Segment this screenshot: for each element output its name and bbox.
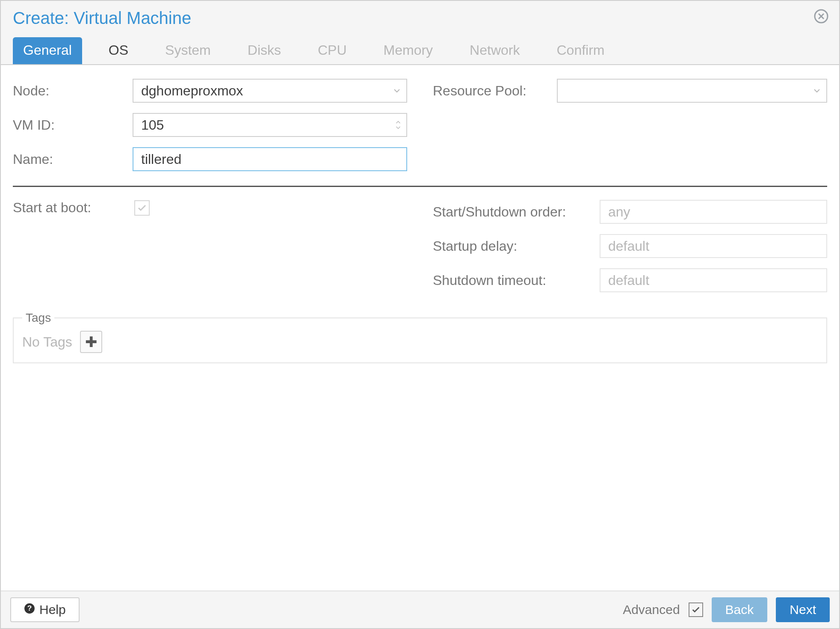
divider	[13, 186, 827, 187]
resource-pool-label: Resource Pool:	[433, 83, 557, 99]
close-icon[interactable]	[813, 9, 829, 24]
vmid-input[interactable]	[140, 117, 399, 134]
next-button[interactable]: Next	[776, 597, 830, 622]
advanced-label: Advanced	[623, 602, 680, 617]
node-label: Node:	[13, 83, 133, 99]
resource-pool-combo[interactable]	[557, 79, 827, 103]
shutdown-timeout-field[interactable]	[600, 268, 827, 292]
start-shutdown-order-input[interactable]	[607, 204, 819, 220]
tab-confirm: Confirm	[546, 37, 615, 64]
tab-memory: Memory	[373, 37, 444, 64]
add-tag-button[interactable]: ✚	[80, 331, 102, 353]
startup-delay-label: Startup delay:	[433, 238, 600, 254]
tab-cpu: CPU	[308, 37, 357, 64]
help-label: Help	[39, 602, 66, 617]
start-shutdown-order-field[interactable]	[600, 200, 827, 224]
startup-delay-input[interactable]	[607, 238, 819, 255]
resource-pool-input[interactable]	[565, 83, 819, 99]
shutdown-timeout-input[interactable]	[607, 272, 819, 289]
tab-network: Network	[459, 37, 530, 64]
dialog-footer: ? Help Advanced Back Next	[1, 590, 839, 628]
tab-disks: Disks	[237, 37, 291, 64]
tab-os[interactable]: OS	[98, 37, 139, 64]
chevron-down-icon[interactable]	[812, 80, 822, 102]
vmid-label: VM ID:	[13, 117, 133, 133]
help-button[interactable]: ? Help	[10, 597, 80, 622]
back-button: Back	[712, 597, 768, 622]
startup-delay-field[interactable]	[600, 234, 827, 258]
name-input[interactable]	[140, 151, 399, 168]
name-field[interactable]	[133, 147, 407, 171]
no-tags-text: No Tags	[22, 334, 72, 350]
node-combo[interactable]	[133, 79, 407, 103]
chevron-down-icon[interactable]	[392, 80, 402, 102]
tab-general[interactable]: General	[13, 37, 82, 64]
tab-system: System	[155, 37, 221, 64]
node-input[interactable]	[140, 83, 399, 99]
dialog-header: Create: Virtual Machine General OS Syste…	[1, 1, 839, 65]
name-label: Name:	[13, 151, 133, 167]
plus-icon: ✚	[85, 333, 97, 350]
start-at-boot-checkbox[interactable]	[134, 200, 150, 216]
help-icon: ?	[24, 602, 35, 617]
tags-legend: Tags	[22, 311, 54, 325]
start-at-boot-label: Start at boot:	[13, 200, 133, 216]
shutdown-timeout-label: Shutdown timeout:	[433, 273, 600, 288]
svg-text:?: ?	[27, 604, 32, 612]
wizard-tabs: General OS System Disks CPU Memory Netwo…	[13, 37, 827, 64]
vmid-spinner[interactable]	[133, 113, 407, 137]
tags-fieldset: Tags No Tags ✚	[13, 311, 827, 363]
dialog-title: Create: Virtual Machine	[13, 9, 191, 28]
start-shutdown-order-label: Start/Shutdown order:	[433, 204, 600, 220]
spinner-buttons[interactable]	[394, 114, 402, 136]
advanced-checkbox[interactable]	[689, 602, 703, 617]
dialog-body: Node: VM ID:	[1, 65, 839, 590]
create-vm-dialog: Create: Virtual Machine General OS Syste…	[0, 0, 840, 629]
